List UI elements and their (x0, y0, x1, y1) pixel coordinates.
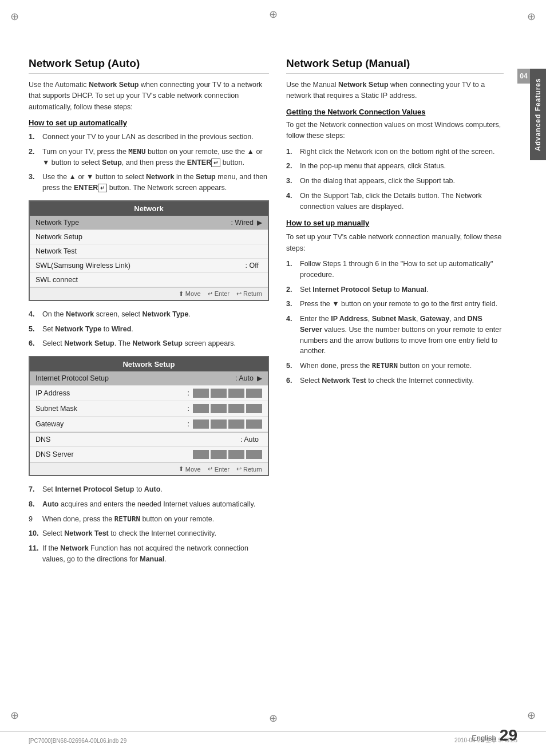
ui-row-value: : Wired (231, 219, 254, 227)
list-item: 11. If the Network Function has not acqu… (29, 543, 269, 565)
step-number: 6. (29, 338, 39, 349)
network-setup-box: Network Setup Internet Protocol Setup : … (29, 356, 269, 476)
step-text: Right click the Network icon on the bott… (300, 147, 504, 157)
step-number: 11. (29, 543, 39, 565)
step-text: Select Network Test to check the Interne… (300, 375, 504, 386)
footer-enter: ↵ Enter (208, 290, 230, 298)
network-box-footer: ⬆ Move ↵ Enter ↩ Return (30, 287, 268, 300)
arrow-right-icon: ▶ (257, 374, 262, 382)
ip-block (193, 404, 209, 413)
steps-after-network: 4. On the Network screen, select Network… (29, 309, 269, 349)
ip-block (193, 419, 209, 429)
ui-row-label: SWL(Samsung Wireless Link) (35, 262, 246, 270)
list-item: 5. Set Network Type to Wired. (29, 324, 269, 335)
enter-icon: ↵ (208, 290, 213, 298)
ui-row-label: DNS Server (35, 450, 193, 458)
list-item: 6. Select Network Test to check the Inte… (286, 375, 504, 386)
ip-blocks (193, 389, 262, 398)
step-text: If the Network Function has not acquired… (42, 543, 269, 565)
center-top-mark: ⊕ (269, 8, 278, 21)
step-text: Select Network Test to check the Interne… (42, 528, 269, 539)
network-box-body: Network Type : Wired ▶ Network Setup Net… (30, 216, 268, 287)
ip-block (228, 404, 244, 413)
arrow-right-icon: ▶ (257, 219, 262, 227)
english-label: English (472, 734, 496, 742)
ip-block (211, 389, 227, 398)
ui-row-value: : Auto (240, 436, 259, 444)
ui-row-network-setup: Network Setup (30, 230, 268, 244)
ui-row-network-test: Network Test (30, 244, 268, 259)
step-text: Set Network Type to Wired. (42, 324, 269, 335)
step-number: 9 (29, 514, 39, 525)
step-number: 2. (29, 147, 39, 168)
list-item: 8. Auto acquires and enters the needed I… (29, 499, 269, 510)
ui-row-value: : (188, 405, 189, 413)
step-text: On the dialog that appears, click the Su… (300, 176, 504, 187)
right-section-title: Network Setup (Manual) (286, 57, 504, 74)
how-to-manual-title: How to set up manually (286, 219, 504, 227)
page-container: ⊕ ⊕ ⊕ 04 Advanced Features Network Setup… (0, 0, 546, 756)
list-item: 6. Select Network Setup. The Network Set… (29, 338, 269, 349)
footer-file: [PC7000]BN68-02696A-00L06.indb 29 (29, 738, 126, 744)
network-setup-box-body: Internet Protocol Setup : Auto ▶ IP Addr… (30, 371, 268, 462)
ui-row-label: Internet Protocol Setup (35, 374, 235, 382)
return-icon: ↩ (236, 465, 242, 473)
list-item: 3. Press the ▼ button on your remote to … (286, 299, 504, 310)
step-number: 1. (286, 147, 296, 157)
ui-row-dns-server: DNS Server (30, 447, 268, 462)
ui-row-label: Gateway (35, 420, 188, 428)
ui-row-value: : (188, 389, 189, 397)
step-number: 2. (286, 161, 296, 172)
ip-block (246, 404, 262, 413)
list-item: 2. Set Internet Protocol Setup to Manual… (286, 284, 504, 295)
corner-mark-tr: ⊕ (527, 10, 536, 23)
network-box: Network Network Type : Wired ▶ Network S… (29, 200, 269, 301)
ui-row-label: IP Address (35, 389, 188, 397)
ip-blocks (193, 404, 262, 413)
list-item: 10. Select Network Test to check the Int… (29, 528, 269, 539)
ui-row-swl: SWL(Samsung Wireless Link) : Off (30, 259, 268, 273)
footer-return: ↩ Return (236, 290, 262, 298)
list-item: 3. Use the ▲ or ▼ button to select Netwo… (29, 172, 269, 193)
move-icon: ⬆ (179, 465, 184, 473)
right-intro: Use the Manual Network Setup when connec… (286, 80, 504, 102)
chapter-number: 04 (517, 69, 530, 84)
ip-block (246, 389, 262, 398)
step-text: Set Internet Protocol Setup to Auto. (42, 484, 269, 495)
page-footer: [PC7000]BN68-02696A-00L06.indb 29 2010-0… (0, 731, 546, 745)
list-item: 4. On the Network screen, select Network… (29, 309, 269, 320)
list-item: 7. Set Internet Protocol Setup to Auto. (29, 484, 269, 495)
step-number: 6. (286, 375, 296, 386)
step-text: Connect your TV to your LAN as described… (42, 132, 269, 143)
corner-mark-tl: ⊕ (10, 10, 19, 23)
network-setup-box-footer: ⬆ Move ↵ Enter ↩ Return (30, 462, 268, 475)
ip-block (211, 450, 227, 459)
left-column: Network Setup (Auto) Use the Automatic N… (29, 57, 269, 572)
ip-block (193, 389, 209, 398)
step-text: Set Internet Protocol Setup to Manual. (300, 284, 504, 295)
ip-block (211, 419, 227, 429)
ui-row-label: Network Test (35, 247, 262, 255)
list-item: 1. Right click the Network icon on the b… (286, 147, 504, 157)
right-column: Network Setup (Manual) Use the Manual Ne… (286, 57, 527, 572)
ui-row-value: : (188, 420, 189, 428)
step-text: Press the ▼ button on your remote to go … (300, 299, 504, 310)
ip-block (246, 450, 262, 459)
footer-move: ⬆ Move (179, 465, 201, 473)
getting-title: Getting the Network Connection Values (286, 108, 504, 116)
corner-mark-bl: ⊕ (10, 709, 19, 722)
chapter-label: Advanced Features (530, 69, 546, 160)
list-item: 1. Connect your TV to your LAN as descri… (29, 132, 269, 143)
ui-row-ip-address: IP Address : (30, 386, 268, 401)
ui-row-swl-connect: SWL connect (30, 273, 268, 287)
step-number: 7. (29, 484, 39, 495)
step-text: On the Network screen, select Network Ty… (42, 309, 269, 320)
step-text: Select Network Setup. The Network Setup … (42, 338, 269, 349)
step-number: 3. (286, 176, 296, 187)
ip-block (228, 450, 244, 459)
step-number: 5. (286, 361, 296, 371)
step-text: In the pop-up menu that appears, click S… (300, 161, 504, 172)
ui-row-gateway: Gateway : (30, 417, 268, 432)
left-intro: Use the Automatic Network Setup when con… (29, 80, 269, 113)
corner-mark-br: ⊕ (527, 709, 536, 722)
